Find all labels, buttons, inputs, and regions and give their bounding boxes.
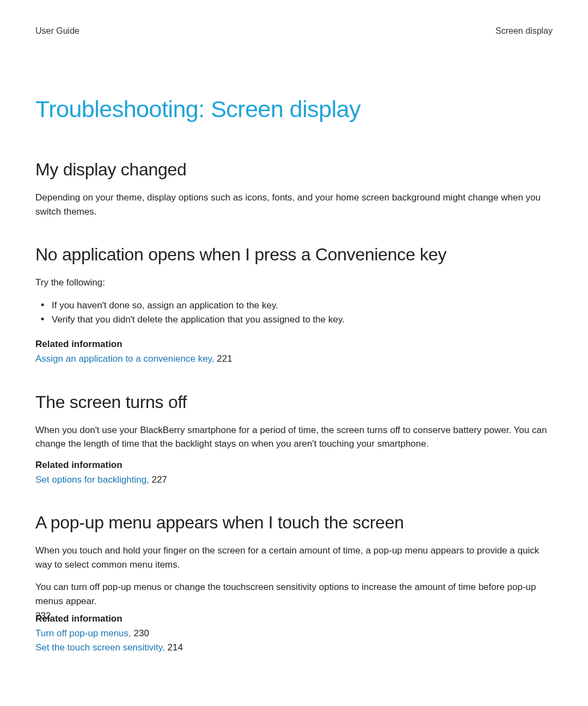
related-link-line: Assign an application to a convenience k… [35, 352, 553, 366]
list-item: If you haven't done so, assign an applic… [35, 299, 553, 313]
related-page-ref: 230 [134, 628, 149, 638]
body-text: When you don't use your BlackBerry smart… [35, 423, 553, 451]
link-turn-off-popup[interactable]: Turn off pop-up menus, [35, 628, 131, 638]
section-screen-turns-off: The screen turns off When you don't use … [35, 392, 553, 487]
body-text: Try the following: [35, 276, 553, 290]
header-right: Screen display [495, 26, 553, 36]
section-heading: A pop-up menu appears when I touch the s… [35, 513, 553, 533]
link-touch-sensitivity[interactable]: Set the touch screen sensitivity, [35, 642, 165, 653]
related-information-heading: Related information [35, 339, 553, 350]
list-item: Verify that you didn't delete the applic… [35, 313, 553, 327]
bullet-list: If you haven't done so, assign an applic… [35, 299, 553, 327]
section-popup-menu: A pop-up menu appears when I touch the s… [35, 513, 553, 654]
section-heading: My display changed [35, 160, 553, 180]
page-container: User Guide Screen display Troubleshootin… [0, 0, 588, 654]
page-header: User Guide Screen display [35, 26, 553, 36]
section-heading: No application opens when I press a Conv… [35, 245, 553, 265]
link-assign-application[interactable]: Assign an application to a convenience k… [35, 354, 215, 364]
related-page-ref: 221 [217, 354, 232, 364]
body-text: You can turn off pop-up menus or change … [35, 580, 553, 608]
section-heading: The screen turns off [35, 392, 553, 412]
body-text: Depending on your theme, display options… [35, 191, 553, 218]
section-no-application-opens: No application opens when I press a Conv… [35, 245, 553, 366]
page-number: 232 [35, 611, 51, 622]
related-link-line: Set options for backlighting, 227 [35, 473, 553, 487]
related-link-line: Set the touch screen sensitivity, 214 [35, 641, 553, 655]
related-page-ref: 227 [152, 474, 167, 485]
section-my-display-changed: My display changed Depending on your the… [35, 160, 553, 218]
related-information-heading: Related information [35, 460, 553, 471]
related-information-heading: Related information [35, 613, 553, 624]
header-left: User Guide [35, 26, 79, 36]
body-text: When you touch and hold your finger on t… [35, 544, 553, 571]
link-set-backlighting[interactable]: Set options for backlighting, [35, 474, 149, 485]
page-title: Troubleshooting: Screen display [35, 96, 553, 123]
related-link-line: Turn off pop-up menus, 230 [35, 626, 553, 641]
related-page-ref: 214 [168, 642, 183, 653]
